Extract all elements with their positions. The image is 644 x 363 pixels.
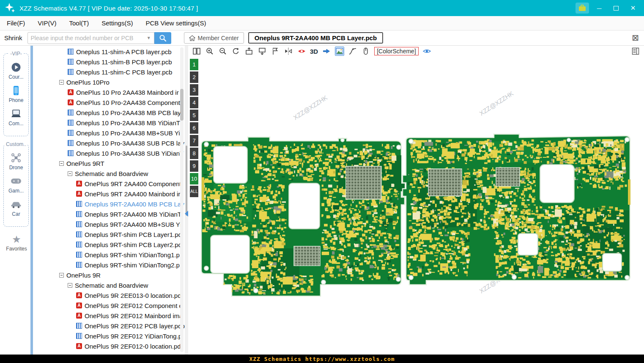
edge-connector — [628, 179, 630, 205]
tree-item[interactable]: Oneplus 9RT-shim YiDianTong1.p — [33, 250, 185, 260]
splitter-handle[interactable] — [186, 146, 187, 216]
layer-panel-icon[interactable] — [631, 47, 640, 56]
layer-button[interactable]: 9 — [190, 160, 198, 172]
tree-item[interactable]: OnePlus 9R — [33, 270, 185, 280]
tree-item[interactable]: Oneplus 9RT-shim YiDianTong2.p — [33, 260, 185, 270]
tree-item[interactable]: Oneplus 10 Pro-2AA438 MB PCB lay — [33, 107, 185, 118]
toolbox-icon[interactable] — [575, 3, 589, 14]
collapse-icon[interactable] — [59, 161, 64, 166]
sidebar-item-game[interactable]: Gam... — [5, 176, 27, 194]
menu-item[interactable]: PCB View settings(S) — [145, 19, 206, 27]
tree-item[interactable]: Oneplus 11-shim-B PCB layer.pcb — [33, 57, 185, 67]
sidebar-item-drone[interactable]: Drone — [5, 152, 27, 170]
tree-item[interactable]: OnePlus 9R 2EF012-0 location.pd — [33, 341, 185, 351]
document-tab[interactable]: Oneplus 9RT-2AA400 MB PCB Layer.pcb — [248, 32, 383, 44]
collapse-icon[interactable] — [59, 80, 64, 85]
pcb-board-image[interactable]: XZZ@XZZHK XZZ@XZZHK XZZ@XZZHK XZZ@XZZHK — [188, 57, 644, 355]
eye-icon[interactable] — [422, 47, 432, 56]
sidebar-item-car[interactable]: Car — [5, 199, 27, 217]
tree-item[interactable]: OnePlus 10Pro — [33, 77, 185, 87]
tree-item[interactable]: Oneplus 10 Pro-3AA438 SUB PCB lay — [33, 138, 185, 148]
tree-item[interactable]: Oneplus 9RT-shim PCB Layer2.pcl — [33, 239, 185, 250]
tool-row: Shrink ▼ Member Center Oneplus 9RT-2AA40… — [0, 30, 644, 46]
zoom-in-icon[interactable] — [205, 47, 214, 56]
panel-splitter[interactable] — [185, 46, 188, 355]
tree-item[interactable]: Oneplus 11-shim-A PCB layer.pcb — [33, 47, 185, 57]
tree-item[interactable]: OnePlus 10 Pro-2AA438 Component — [33, 97, 185, 107]
sidebar-item-label: Com... — [8, 121, 23, 126]
close-button[interactable]: ✕ — [626, 3, 640, 14]
3d-view-button[interactable]: 3D — [310, 48, 318, 55]
tree-scrollbar-thumb[interactable] — [180, 89, 184, 121]
minimize-button[interactable]: ─ — [592, 3, 606, 14]
rotate-icon[interactable] — [231, 47, 241, 56]
layer-button[interactable]: 2 — [190, 72, 198, 83]
collapse-icon[interactable] — [68, 283, 72, 288]
curve-icon[interactable] — [348, 47, 357, 56]
menu-item[interactable]: Settings(S) — [101, 19, 133, 27]
layer-button[interactable]: 4 — [190, 97, 198, 108]
pcb-viewer: 3D [ColorScheme] 12345678910ALL — [188, 46, 644, 355]
tree-item[interactable]: OnePlus 10 Pro 2AA438 Mainbord ir — [33, 87, 185, 97]
flag-icon[interactable] — [271, 47, 280, 56]
tree-item[interactable]: Oneplus 9RT-2AA400 MB+SUB Yi — [33, 219, 185, 229]
sidebar-item-phone[interactable]: Phone — [5, 85, 27, 103]
maximize-button[interactable] — [609, 3, 623, 14]
import-down-icon[interactable] — [258, 47, 267, 56]
tree-item[interactable]: OnePlus 9R 2EF012 Component e — [33, 300, 185, 311]
sidebar-item-course[interactable]: Cour... — [5, 62, 27, 80]
file-type-icon — [76, 262, 82, 268]
layer-button[interactable]: 10 — [190, 173, 198, 184]
blue-arrow-icon[interactable] — [322, 47, 331, 56]
layer-button[interactable]: 1 — [190, 59, 198, 70]
tree-item[interactable]: Oneplus 10 Pro-2AA438 MB+SUB Yi — [33, 128, 185, 138]
chevron-down-icon[interactable]: ▼ — [147, 36, 151, 40]
search-box[interactable]: ▼ — [27, 32, 154, 44]
member-center-button[interactable]: Member Center — [184, 32, 244, 44]
tree-item[interactable]: OnePlus 9R 2EE013-0 location.pd — [33, 290, 185, 300]
tree-item[interactable]: OnePlus 9RT 2AA400 Mainbord ir — [33, 189, 185, 199]
colorscheme-button[interactable]: [ColorScheme] — [374, 47, 419, 55]
file-type-icon — [76, 252, 82, 258]
tree-item[interactable]: Oneplus 10 Pro-2AA438 MB YiDianT — [33, 118, 185, 128]
sidebar-item-label: Phone — [9, 97, 24, 103]
menu-item[interactable]: File(F) — [7, 19, 25, 27]
layer-button[interactable]: 8 — [190, 148, 198, 159]
layer-button[interactable]: ALL — [190, 186, 198, 197]
tree-item[interactable]: OnePlus 9R 2EF012 Mainbord ima — [33, 311, 185, 321]
collapse-icon[interactable] — [68, 171, 72, 176]
layer-button[interactable]: 5 — [190, 110, 198, 121]
close-document-icon[interactable]: ⊠ — [632, 33, 639, 42]
menu-item[interactable]: Tool(T) — [69, 19, 89, 27]
tree-item[interactable]: OnePlus 9RT 2AA400 Component — [33, 179, 185, 189]
sidebar-item-computer[interactable]: Com... — [5, 108, 27, 126]
zoom-out-icon[interactable] — [218, 47, 227, 56]
menu-item[interactable]: VIP(V) — [38, 19, 56, 27]
tree-item[interactable]: Oneplus 9RT-2AA400 MB PCB Lay — [33, 199, 185, 209]
tree-item[interactable]: OnePlus 9RT — [33, 158, 185, 168]
tree-item[interactable]: Schematic and Boardview — [33, 280, 185, 290]
image-view-icon[interactable] — [335, 47, 344, 56]
shrink-button[interactable]: Shrink — [4, 34, 22, 41]
split-view-icon[interactable] — [192, 47, 201, 56]
tree-item[interactable]: Oneplus 9RT-shim PCB Layer1.pcl — [33, 229, 185, 239]
red-eye-icon[interactable] — [297, 47, 306, 56]
tree-item[interactable]: Schematic and Boardview — [33, 168, 185, 179]
sidebar-item-favorites[interactable]: ★ Favorites — [0, 234, 33, 252]
tree-item[interactable]: OnePlus 9R 2EF012 YiDianTong.p — [33, 331, 185, 341]
mirror-flip-icon[interactable] — [284, 47, 293, 56]
layer-button[interactable]: 3 — [190, 84, 198, 96]
export-up-icon[interactable] — [244, 47, 254, 56]
tree-item[interactable]: Oneplus 11-shim-C PCB layer.pcb — [33, 67, 185, 77]
tree-item[interactable]: Oneplus 9RT-2AA400 MB YiDianT — [33, 209, 185, 219]
layer-button[interactable]: 7 — [190, 135, 198, 146]
tree-scrollbar[interactable] — [180, 47, 184, 352]
collapse-panel-arrow[interactable] — [185, 211, 188, 217]
layer-button[interactable]: 6 — [190, 122, 198, 134]
mouse-icon[interactable] — [361, 47, 370, 56]
search-input[interactable] — [31, 35, 145, 41]
tree-item[interactable]: Oneplus 10 Pro-3AA438 SUB YiDianT — [33, 148, 185, 158]
collapse-icon[interactable] — [59, 273, 64, 278]
search-button[interactable] — [154, 32, 171, 44]
tree-item[interactable]: OnePlus 9R 2EF012 PCB layer.pcb — [33, 321, 185, 331]
